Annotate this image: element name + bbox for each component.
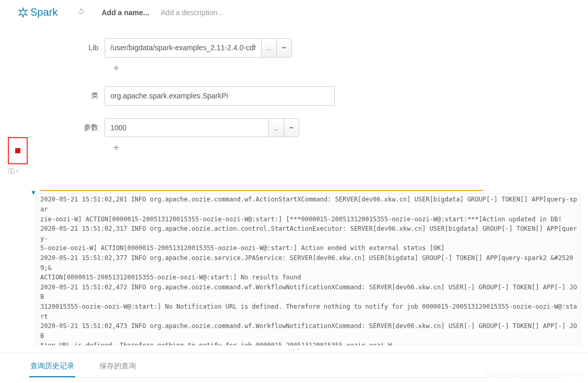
svg-rect-0 [9,168,12,173]
undo-icon [77,8,85,15]
spark-star-icon [18,7,28,18]
spark-logo: Spark [18,6,58,18]
class-label: 类 [0,91,105,100]
lib-row: Lib .. − [0,38,578,58]
log-header: ▼ [0,190,588,191]
resize-handle[interactable]: • • • [0,346,588,353]
lib-add-button[interactable]: + [111,63,121,74]
log-output[interactable]: 2020-05-21 15:51:02,281 INFO org.apache.… [36,193,581,346]
param-row: 参数 .. − [0,118,578,138]
undo-button[interactable] [77,8,85,17]
param-browse-button[interactable]: .. [268,118,284,138]
book-icon [8,167,15,175]
stop-highlight-box [8,137,28,164]
chevron-down-icon: ▾ [16,168,19,174]
param-label: 参数 [0,123,105,132]
lib-browse-button[interactable]: .. [261,38,277,58]
lib-input[interactable] [105,38,262,58]
side-strip: ▾ [8,137,29,175]
log-divider [40,190,483,191]
watermark: https://blog.csdn.net/xwd127429 [485,370,583,378]
tab-underline-divider [28,377,560,378]
app-title: Spark [30,6,58,18]
tab-saved-queries[interactable]: 保存的查询 [98,357,137,377]
class-input[interactable] [105,86,335,106]
tab-query-history[interactable]: 查询历史记录 [29,357,75,377]
collapse-log-button[interactable]: ▼ [30,189,37,196]
layout-dropdown[interactable]: ▾ [8,167,29,175]
class-row: 类 [0,86,578,106]
param-input[interactable] [105,118,269,138]
form-area: Lib .. − + 类 参数 .. − + [0,38,588,153]
add-description-field[interactable]: Add a description... [161,8,223,17]
param-add-button[interactable]: + [111,142,121,153]
add-name-field[interactable]: Add a name... [101,8,149,17]
page-header: Spark Add a name... Add a description... [0,0,588,26]
lib-label: Lib [0,43,105,52]
param-remove-button[interactable]: − [284,118,299,138]
lib-remove-button[interactable]: − [276,38,292,58]
stop-button[interactable] [15,148,20,153]
svg-rect-1 [12,168,15,173]
